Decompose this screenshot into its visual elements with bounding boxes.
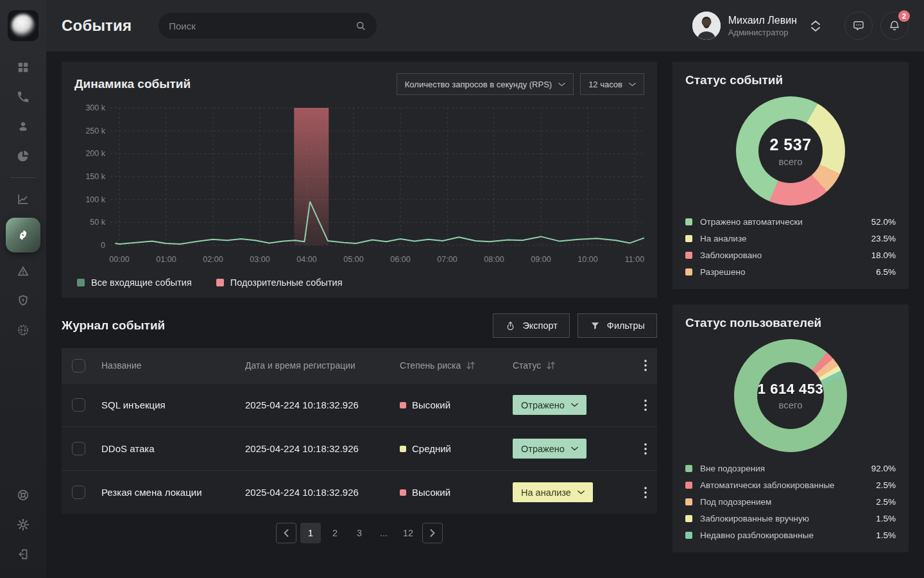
legend-swatch: [685, 465, 692, 472]
journal-header: Журнал событий Экспорт Фильтры: [62, 313, 657, 338]
svg-text:300 k: 300 k: [85, 103, 105, 112]
chevron-right-icon: [430, 529, 435, 537]
legend-swatch: [685, 218, 692, 225]
table-menu-button[interactable]: [644, 360, 647, 371]
avatar[interactable]: [692, 12, 721, 40]
sidebar-item-network[interactable]: [9, 316, 37, 344]
metric-select-value: Количество запросов в секунду (RPS): [405, 80, 552, 89]
select-all-checkbox[interactable]: [72, 359, 85, 372]
legend-item-suspicious-events: Подозрительные события: [216, 277, 343, 288]
users-total-label: всего: [778, 399, 802, 410]
legend-value: 2.5%: [876, 480, 896, 490]
events-dynamics-panel: Динамика событий Количество запросов в с…: [62, 62, 657, 298]
users-status-legend: Вне подозрения92.0% Автоматически заблок…: [685, 460, 896, 543]
svg-text:250 k: 250 k: [85, 127, 105, 136]
sidebar-item-logout[interactable]: [9, 540, 37, 568]
status-dropdown[interactable]: Отражено: [513, 439, 586, 459]
globe-icon: [16, 323, 30, 337]
row-menu-button[interactable]: [644, 399, 647, 411]
sidebar-item-settings[interactable]: [9, 511, 37, 539]
search-input[interactable]: [169, 21, 355, 31]
risk-label: Высокий: [412, 399, 450, 410]
sidebar-item-analytics[interactable]: [9, 185, 37, 213]
legend-label: Автоматически заблокированные: [700, 480, 835, 490]
legend-label: Заблокированные вручную: [700, 514, 809, 523]
bell-icon: [888, 19, 901, 32]
users-status-donut: 1 614 453 всего: [734, 339, 847, 452]
sidebar-item-calls[interactable]: [9, 83, 37, 111]
row-checkbox[interactable]: [72, 442, 85, 455]
events-status-donut: 2 537 всего: [736, 96, 845, 206]
user-name: Михаил Левин: [728, 14, 797, 26]
kebab-icon: [644, 443, 647, 455]
next-page-button[interactable]: [422, 523, 443, 543]
row-menu-button[interactable]: [644, 443, 647, 455]
line-chart-icon: [16, 192, 30, 206]
period-select[interactable]: 12 часов: [580, 73, 644, 95]
page-1[interactable]: 1: [300, 523, 321, 543]
column-risk: Степень риска: [400, 360, 461, 371]
row-menu-button[interactable]: [644, 487, 647, 498]
app-logo[interactable]: [8, 10, 38, 41]
sidebar-item-events-active[interactable]: [6, 218, 40, 252]
chevron-down-icon: [558, 82, 565, 87]
shield-icon: [16, 293, 30, 308]
event-name: Резкая смена локации: [101, 487, 245, 498]
risk-swatch: [400, 489, 406, 496]
prev-page-button[interactable]: [276, 523, 296, 543]
legend-value: 1.5%: [876, 530, 896, 540]
chat-icon: [852, 19, 865, 32]
user-menu-toggle[interactable]: [811, 21, 820, 31]
filter-icon: [590, 320, 601, 331]
filters-button[interactable]: Фильтры: [578, 313, 657, 338]
svg-text:00:00: 00:00: [109, 255, 129, 264]
svg-text:02:00: 02:00: [203, 255, 223, 264]
notifications-button[interactable]: 2: [880, 12, 909, 40]
phone-icon: [16, 90, 30, 104]
legend-label: Подозрительные события: [230, 277, 343, 288]
page-ellipsis: ...: [373, 523, 394, 543]
sidebar-divider: [10, 177, 36, 178]
svg-text:07:00: 07:00: [437, 255, 457, 264]
risk-swatch: [400, 446, 406, 452]
status-dropdown[interactable]: Отражено: [513, 395, 586, 415]
legend-label: Все входящие события: [91, 277, 192, 288]
chevron-down-icon: [578, 490, 585, 495]
row-checkbox[interactable]: [72, 398, 85, 412]
legend-value: 92.0%: [871, 464, 896, 473]
messages-button[interactable]: [844, 12, 873, 40]
export-button[interactable]: Экспорт: [493, 313, 569, 338]
chevron-down-icon: [571, 446, 578, 451]
sidebar-item-reports[interactable]: [9, 142, 37, 170]
dashboard-grid-icon: [16, 60, 30, 74]
status-label: На анализе: [521, 487, 571, 498]
chart-title: Динамика событий: [74, 77, 191, 91]
event-datetime: 2025-04-224 10:18:32.926: [245, 487, 400, 498]
metric-select[interactable]: Количество запросов в секунду (RPS): [397, 73, 574, 95]
sort-risk-button[interactable]: [466, 361, 475, 370]
page-12[interactable]: 12: [398, 523, 418, 543]
sidebar-item-dashboard[interactable]: [9, 53, 37, 82]
sidebar-item-alerts[interactable]: [9, 257, 37, 285]
column-datetime: Дата и время регистрации: [245, 360, 400, 371]
legend-label: Вне подозрения: [700, 464, 765, 473]
status-dropdown[interactable]: На анализе: [513, 482, 593, 502]
column-status: Статус: [513, 360, 541, 371]
sidebar-item-support[interactable]: [9, 481, 37, 509]
sidebar-item-security[interactable]: [9, 286, 37, 315]
event-datetime: 2025-04-224 10:18:32.926: [245, 443, 400, 454]
svg-text:10:00: 10:00: [578, 255, 597, 264]
chevron-up-icon: [811, 21, 820, 25]
page-2[interactable]: 2: [325, 523, 345, 543]
sidebar-item-users[interactable]: [9, 112, 37, 141]
sort-status-button[interactable]: [546, 361, 556, 370]
row-checkbox[interactable]: [72, 486, 85, 499]
page-3[interactable]: 3: [349, 523, 370, 543]
legend-swatch: [685, 235, 692, 242]
user-info[interactable]: Михаил Левин Администратор: [728, 14, 797, 38]
risk-label: Средний: [412, 443, 451, 454]
events-total: 2 537: [769, 136, 811, 154]
status-label: Отражено: [521, 400, 565, 410]
legend-label: Отражено автоматически: [700, 217, 803, 227]
journal-title: Журнал событий: [62, 319, 165, 333]
